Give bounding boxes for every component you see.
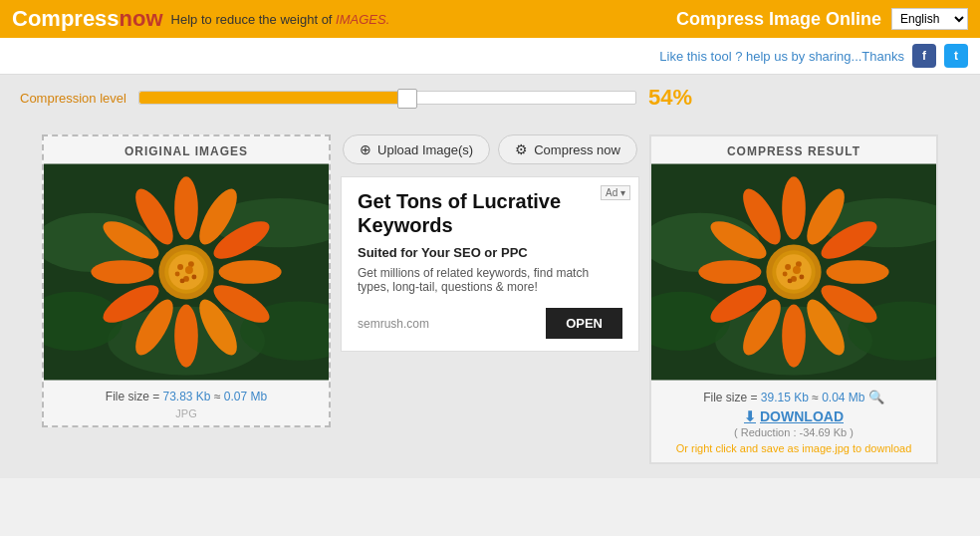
ad-open-button[interactable]: OPEN [546,308,622,339]
tagline-prefix: Help to reduce the weight of [171,12,337,27]
reduction-text: ( Reduction : -34.69 Kb ) [651,426,936,438]
upload-icon: ⊕ [360,141,371,157]
original-filesize-label: File size = [106,390,163,403]
logo-compress-text: Compress [12,6,120,31]
svg-point-34 [782,176,806,239]
facebook-button[interactable]: f [912,44,936,68]
svg-point-26 [175,272,180,277]
header: Compressnow Help to reduce the weight of… [0,0,980,38]
svg-point-25 [180,278,185,283]
result-panel: COMPRESS RESULT [649,134,938,464]
svg-point-6 [174,176,198,239]
compress-label: Compress now [534,142,620,157]
svg-point-24 [191,274,196,279]
ad-label[interactable]: Ad ▾ [601,185,630,200]
svg-point-43 [698,260,761,284]
result-filesize-mb: 0.04 Mb [822,391,864,404]
svg-point-40 [782,305,806,368]
svg-point-37 [827,260,889,284]
ad-body: Get millions of related keywords, find m… [358,266,622,294]
language-select[interactable]: English Français Español [891,8,968,30]
svg-point-50 [785,264,791,270]
header-tagline: Help to reduce the weight of IMAGES. [171,12,390,27]
result-filesize-kb: 39.15 Kb [761,391,809,404]
magnify-icon[interactable]: 🔍 [868,390,884,404]
result-approx: ≈ [809,391,822,404]
svg-point-55 [793,266,801,274]
svg-point-53 [788,278,793,283]
ad-subheadline: Suited for Your SEO or PPC [358,245,622,260]
tagline-italic: IMAGES. [336,12,389,27]
main-content: ORIGINAL IMAGES [0,121,980,478]
original-approx: ≈ [211,390,224,403]
sharing-text: Like this tool ? help us by sharing...Th… [659,49,904,64]
svg-point-54 [783,272,788,277]
action-buttons: ⊕ Upload Image(s) ⚙ Compress now [343,134,637,164]
middle-panel: ⊕ Upload Image(s) ⚙ Compress now Ad ▾ Ge… [341,134,639,352]
slider-thumb[interactable] [397,89,417,109]
rightclick-text: Or right click and save as image.jpg to … [651,438,936,462]
compress-icon: ⚙ [515,141,528,157]
compression-label: Compression level [20,91,126,106]
download-button[interactable]: ⬇ DOWNLOAD [740,406,848,426]
svg-point-52 [799,274,804,279]
ad-footer: semrush.com OPEN [358,308,622,339]
ad-panel: Ad ▾ Get Tons of Lucrative Keywords Suit… [341,176,639,352]
header-right: Compress Image Online English Français E… [676,8,968,30]
result-panel-title: COMPRESS RESULT [651,136,936,162]
original-fileinfo: File size = 73.83 Kb ≈ 0.07 Mb [44,382,329,407]
download-icon: ⬇ [744,408,756,424]
original-filetype: JPG [44,407,329,425]
compression-slider[interactable] [138,91,636,105]
original-panel: ORIGINAL IMAGES [42,134,331,427]
upload-button[interactable]: ⊕ Upload Image(s) [343,134,490,164]
download-label: DOWNLOAD [760,408,844,424]
ad-headline: Get Tons of Lucrative Keywords [358,189,622,237]
compression-percent: 54% [648,85,692,111]
logo: Compressnow [12,6,163,32]
header-title: Compress Image Online [676,9,881,30]
compression-bar: Compression level 54% [0,75,980,121]
result-fileinfo: File size = 39.15 Kb ≈ 0.04 Mb 🔍 [651,382,936,406]
svg-point-15 [91,260,153,284]
original-filesize-mb: 0.07 Mb [224,390,267,403]
slider-fill [139,92,407,104]
result-filesize-label: File size = [703,391,761,404]
result-image [651,162,936,382]
upload-label: Upload Image(s) [377,142,473,157]
header-left: Compressnow Help to reduce the weight of… [12,6,389,32]
ad-domain: semrush.com [358,317,429,331]
twitter-button[interactable]: t [944,44,968,68]
original-panel-title: ORIGINAL IMAGES [44,136,329,162]
logo-now-text: now [120,6,163,31]
original-filesize-kb: 73.83 Kb [163,390,211,403]
original-image [44,162,329,382]
svg-point-9 [219,260,282,284]
svg-point-27 [185,266,193,274]
svg-point-12 [174,305,198,368]
svg-point-22 [177,264,183,270]
sharing-bar: Like this tool ? help us by sharing...Th… [0,38,980,75]
compress-button[interactable]: ⚙ Compress now [498,134,637,164]
